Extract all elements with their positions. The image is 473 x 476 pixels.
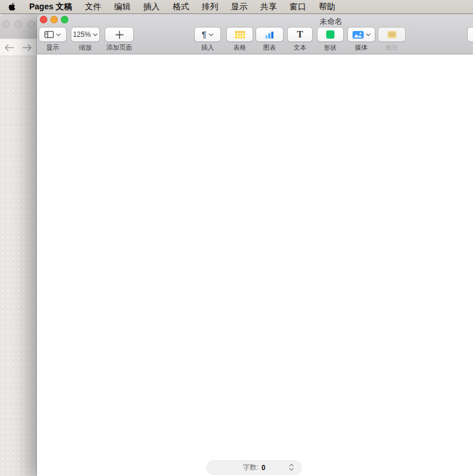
menu-format[interactable]: 格式 xyxy=(166,2,195,12)
table-button[interactable]: 表格 xyxy=(227,27,253,52)
zoom-button-label: 缩放 xyxy=(71,43,99,52)
background-window xyxy=(0,14,37,476)
inactive-zoom-button[interactable] xyxy=(27,20,35,28)
menu-window[interactable]: 窗口 xyxy=(283,2,312,12)
close-button[interactable] xyxy=(40,16,47,23)
chart-button[interactable]: 图表 xyxy=(256,27,283,52)
media-button-label: 媒体 xyxy=(348,43,375,52)
pages-window: 未命名 显示 125% 缩放 xyxy=(37,14,473,476)
apple-menu[interactable] xyxy=(0,2,23,11)
menu-file[interactable]: 文件 xyxy=(78,2,108,12)
chevron-down-icon xyxy=(209,33,213,36)
comment-icon xyxy=(388,31,396,38)
word-count-value: 0 xyxy=(261,464,265,472)
text-icon: T xyxy=(297,30,303,39)
chevron-down-icon xyxy=(93,33,98,36)
zoom-button[interactable]: 125% 缩放 xyxy=(71,27,99,52)
table-button-label: 表格 xyxy=(227,43,253,52)
media-icon xyxy=(353,31,364,39)
menu-help[interactable]: 帮助 xyxy=(312,2,341,12)
menu-arrange[interactable]: 排列 xyxy=(195,2,225,12)
window-title: 未命名 xyxy=(320,16,343,27)
word-count-pill[interactable]: 字数: 0 xyxy=(206,460,302,475)
shape-button[interactable]: 形状 xyxy=(317,27,343,52)
inactive-close-button[interactable] xyxy=(2,20,10,28)
document-canvas[interactable] xyxy=(37,54,473,476)
view-panes-icon xyxy=(44,31,54,38)
apple-icon xyxy=(8,2,16,11)
chart-icon xyxy=(265,31,274,39)
menu-share[interactable]: 共享 xyxy=(254,2,283,12)
arrow-right-icon[interactable] xyxy=(22,44,32,51)
shape-button-label: 形状 xyxy=(317,43,343,52)
chevron-down-icon xyxy=(56,33,61,36)
text-button[interactable]: T 文本 xyxy=(288,27,312,52)
pilcrow-icon: ¶ xyxy=(202,30,206,39)
view-button[interactable]: 显示 xyxy=(39,27,66,52)
media-button[interactable]: 媒体 xyxy=(348,27,375,52)
word-count-stepper[interactable] xyxy=(289,463,294,473)
add-page-button[interactable]: 添加页面 xyxy=(105,27,133,52)
window-toolbar: 未命名 显示 125% 缩放 xyxy=(37,14,473,54)
table-icon xyxy=(235,31,245,39)
word-count-label: 字数: xyxy=(243,463,258,472)
view-button-label: 显示 xyxy=(39,43,66,52)
menu-bar: Pages 文稿 文件 编辑 插入 格式 排列 显示 共享 窗口 帮助 xyxy=(0,0,473,14)
shape-icon xyxy=(326,30,334,39)
minimize-button[interactable] xyxy=(50,16,58,23)
insert-button-label: 插入 xyxy=(195,43,220,52)
zoom-value: 125% xyxy=(73,30,91,39)
insert-button[interactable]: ¶ 插入 xyxy=(195,27,220,52)
text-button-label: 文本 xyxy=(288,43,312,52)
menu-edit[interactable]: 编辑 xyxy=(108,2,137,12)
up-down-chevrons-icon xyxy=(289,463,294,471)
menu-insert[interactable]: 插入 xyxy=(137,2,166,12)
background-window-content xyxy=(0,56,37,476)
menu-view[interactable]: 显示 xyxy=(225,2,254,12)
arrow-left-icon[interactable] xyxy=(4,44,14,51)
inactive-minimize-button[interactable] xyxy=(15,20,22,28)
chevron-down-icon xyxy=(366,33,371,36)
comment-button-label: 批注 xyxy=(378,43,405,52)
partial-toolbar-button[interactable] xyxy=(468,27,473,42)
comment-button: 批注 xyxy=(378,27,405,52)
zoom-window-button[interactable] xyxy=(61,16,68,23)
background-window-toolbar xyxy=(0,39,37,56)
background-window-titlebar xyxy=(0,14,37,39)
plus-icon xyxy=(115,30,124,39)
chart-button-label: 图表 xyxy=(256,43,283,52)
add-page-button-label: 添加页面 xyxy=(105,43,133,52)
menu-app-name[interactable]: Pages 文稿 xyxy=(23,2,78,12)
